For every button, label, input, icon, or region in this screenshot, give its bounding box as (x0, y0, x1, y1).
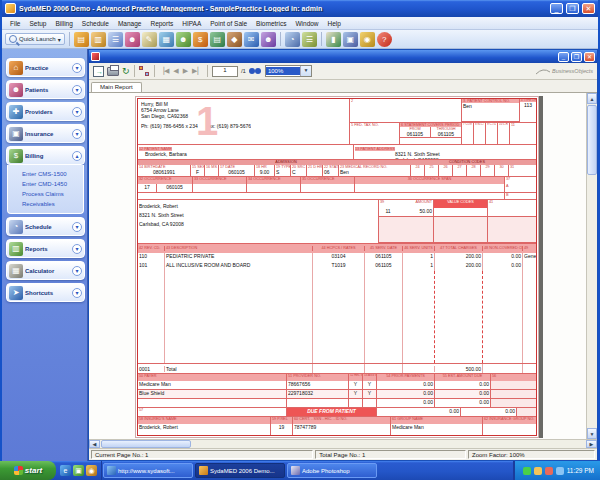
zoom-value[interactable]: 100% (266, 67, 300, 75)
quick-launch-tray: e ▣ ◉ (56, 461, 102, 480)
search-binoculars-icon[interactable] (249, 67, 262, 75)
user-admin-icon[interactable]: ☻ (261, 32, 276, 47)
menu-setup[interactable]: Setup (25, 19, 50, 28)
chevron-down-icon[interactable]: ▾ (72, 288, 82, 298)
chevron-down-icon[interactable]: ▾ (72, 107, 82, 117)
security-icon[interactable] (545, 467, 553, 475)
billing-submenu: Enter CMS-1500 Enter CMD-1450 Process Cl… (7, 165, 84, 214)
scrollbar-thumb[interactable] (587, 105, 597, 175)
maximize-button[interactable]: ❐ (566, 3, 579, 14)
group-tree-icon[interactable] (139, 66, 150, 77)
zoom-combo[interactable]: 100% ▼ (265, 65, 312, 77)
export-icon[interactable] (93, 66, 104, 77)
chevron-down-icon[interactable]: ▾ (72, 63, 82, 73)
practice-folder-icon[interactable]: ▤ (74, 32, 89, 47)
statement-icon[interactable]: ▦ (159, 32, 174, 47)
child-minimize-button[interactable]: _ (558, 52, 569, 62)
chevron-down-icon[interactable]: ▾ (72, 222, 82, 232)
link-enter-cmd-1450[interactable]: Enter CMD-1450 (22, 179, 83, 189)
menu-reports[interactable]: Reports (146, 19, 177, 28)
menu-point-of-sale[interactable]: Point of Sale (206, 19, 251, 28)
menu-file[interactable]: File (6, 19, 24, 28)
task-photoshop[interactable]: Adobe Photoshop (287, 463, 377, 478)
sidebar-item-practice[interactable]: ⌂ Practice ▾ (6, 58, 85, 77)
ledger-icon[interactable]: ▤ (210, 32, 225, 47)
menu-help[interactable]: Help (324, 19, 345, 28)
ub92-claim-page: 1 Hurry, Bill M 6754 Arrow Lane San Dieg… (135, 96, 539, 438)
scroll-up-icon[interactable]: ▲ (587, 93, 597, 104)
chevron-up-icon[interactable]: ▴ (72, 151, 82, 161)
scroll-down-icon[interactable]: ▼ (587, 428, 597, 439)
timeclock-icon[interactable]: ◔ (285, 32, 300, 47)
last-page-icon[interactable]: ▶▏ (192, 67, 203, 75)
clock[interactable]: 11:29 PM (567, 467, 594, 474)
sidebar-item-billing[interactable]: $ Billing ▴ Enter CMS-1500 Enter CMD-145… (6, 146, 85, 214)
document-icon[interactable]: ✎ (142, 32, 157, 47)
next-page-icon[interactable]: ▶ (183, 67, 188, 75)
report-canvas[interactable]: 1 Hurry, Bill M 6754 Arrow Lane San Dieg… (89, 93, 597, 439)
child-restore-button[interactable]: ❐ (571, 52, 582, 62)
payment-coin-icon[interactable]: $ (193, 32, 208, 47)
sidebar-item-schedule[interactable]: ◔ Schedule ▾ (6, 217, 85, 236)
horizontal-scrollbar[interactable]: ◀ ▶ (89, 439, 597, 448)
task-list-icon[interactable]: ☰ (302, 32, 317, 47)
volume-icon[interactable] (534, 467, 542, 475)
child-close-button[interactable]: ✕ (584, 52, 595, 62)
vertical-scrollbar[interactable]: ▲ ▼ (586, 93, 597, 439)
chevron-down-icon[interactable]: ▾ (72, 244, 82, 254)
title-bar[interactable]: SydaMED 2006 Demo - Advanced Practice Ma… (2, 0, 598, 17)
monitor-icon[interactable]: ▣ (343, 32, 358, 47)
help-icon[interactable]: ? (377, 32, 392, 47)
close-button[interactable]: ✕ (582, 3, 595, 14)
first-page-icon[interactable]: ▕◀ (159, 67, 170, 75)
zoom-dropdown-icon[interactable]: ▼ (300, 66, 311, 76)
report-window-titlebar[interactable]: _ ❐ ✕ (89, 50, 597, 63)
chevron-down-icon[interactable]: ▾ (72, 85, 82, 95)
update-icon[interactable] (556, 467, 564, 475)
network-icon[interactable] (523, 467, 531, 475)
open-folder-icon[interactable]: ▥ (91, 32, 106, 47)
refresh-icon[interactable]: ↻ (122, 66, 130, 77)
scroll-left-icon[interactable]: ◀ (89, 440, 100, 448)
chevron-down-icon[interactable]: ▾ (72, 129, 82, 139)
sidebar-item-calculator[interactable]: ▦ Calculator ▾ (6, 261, 85, 280)
charge-row: 110 PEDIATRIC PRIVATE 03104 061105 1 200… (138, 253, 536, 262)
scroll-right-icon[interactable]: ▶ (586, 440, 597, 448)
chart-icon[interactable]: ▮ (326, 32, 341, 47)
page-number-input[interactable]: 1 (212, 66, 238, 77)
minimize-button[interactable]: _ (550, 3, 563, 14)
menu-manage[interactable]: Manage (114, 19, 146, 28)
sidebar-item-providers[interactable]: ✚ Providers ▾ (6, 102, 85, 121)
new-patient-icon[interactable]: ☻ (125, 32, 140, 47)
quick-launch-button[interactable]: Quick Launch ▾ (5, 33, 65, 45)
print-icon[interactable] (107, 67, 119, 76)
link-enter-cms-1500[interactable]: Enter CMS-1500 (22, 169, 83, 179)
link-process-claims[interactable]: Process Claims (22, 189, 83, 199)
tab-main-report[interactable]: Main Report (91, 82, 142, 92)
menu-biometrics[interactable]: Biometrics (252, 19, 290, 28)
menu-schedule[interactable]: Schedule (78, 19, 113, 28)
sidebar-item-patients[interactable]: ☻ Patients ▾ (6, 80, 85, 99)
charges-icon[interactable]: ◆ (227, 32, 242, 47)
menu-hipaa[interactable]: HIPAA (178, 19, 205, 28)
sidebar-item-reports[interactable]: ▥ Reports ▾ (6, 239, 85, 258)
sidebar-item-insurance[interactable]: ▣ Insurance ▾ (6, 124, 85, 143)
menu-billing[interactable]: Billing (51, 19, 76, 28)
start-button[interactable]: start (0, 461, 56, 480)
user-group-icon[interactable]: ☻ (176, 32, 191, 47)
desktop-icon[interactable]: ▣ (73, 465, 84, 476)
link-receivables[interactable]: Receivables (22, 199, 83, 209)
media-icon[interactable]: ◉ (86, 465, 97, 476)
lock-icon[interactable]: ◉ (360, 32, 375, 47)
messages-icon[interactable]: ✉ (244, 32, 259, 47)
menu-window[interactable]: Window (291, 19, 322, 28)
task-browser[interactable]: http://www.sydasoft... (103, 463, 193, 478)
chevron-down-icon[interactable]: ▾ (72, 266, 82, 276)
scrollbar-thumb[interactable] (101, 440, 191, 448)
report-tab-bar: Main Report (89, 80, 597, 93)
patient-list-icon[interactable]: ☰ (108, 32, 123, 47)
ie-icon[interactable]: e (60, 465, 71, 476)
sidebar-item-shortcuts[interactable]: ➤ Shortcuts ▾ (6, 283, 85, 302)
task-sydamed[interactable]: SydaMED 2006 Demo... (195, 463, 285, 478)
prev-page-icon[interactable]: ◀ (173, 67, 178, 75)
